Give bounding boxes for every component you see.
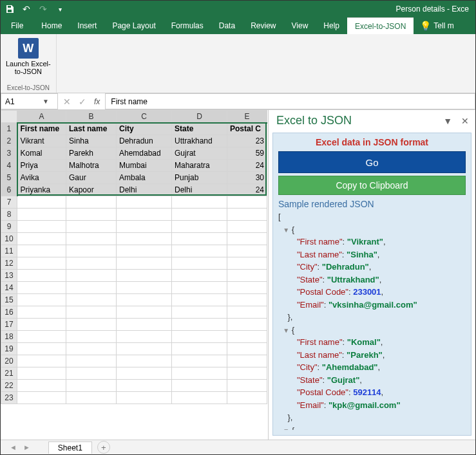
- cell-D16[interactable]: [172, 306, 227, 319]
- cell-A6[interactable]: Priyanka: [17, 184, 66, 196]
- spreadsheet[interactable]: ABCDE1First nameLast nameCityStatePostal…: [1, 110, 268, 440]
- cell-C22[interactable]: [117, 380, 172, 392]
- cell-B19[interactable]: [66, 343, 117, 355]
- cell-C14[interactable]: [117, 282, 172, 294]
- cell-C4[interactable]: Mumbai: [117, 160, 172, 172]
- tab-home[interactable]: Home: [33, 17, 70, 34]
- row-header-14[interactable]: 14: [1, 282, 17, 294]
- tab-insert[interactable]: Insert: [70, 17, 104, 34]
- cell-D5[interactable]: Punjab: [172, 172, 227, 184]
- row-header-8[interactable]: 8: [1, 209, 17, 221]
- cell-E19[interactable]: [227, 343, 267, 355]
- cell-C3[interactable]: Ahemdabad: [117, 147, 172, 160]
- cell-A9[interactable]: [17, 221, 66, 233]
- cancel-icon[interactable]: ✕: [63, 97, 71, 107]
- cell-A11[interactable]: [17, 245, 66, 257]
- tab-page-layout[interactable]: Page Layout: [104, 17, 163, 34]
- cell-A13[interactable]: [17, 270, 66, 282]
- cell-A19[interactable]: [17, 343, 66, 355]
- cell-B20[interactable]: [66, 355, 117, 367]
- taskpane-menu-icon[interactable]: ▼: [443, 116, 452, 126]
- cell-B5[interactable]: Gaur: [66, 172, 117, 184]
- undo-icon[interactable]: ↶: [21, 4, 32, 14]
- row-header-2[interactable]: 2: [1, 135, 17, 147]
- cell-C20[interactable]: [117, 355, 172, 367]
- cell-A3[interactable]: Komal: [17, 147, 66, 160]
- tab-excel-to-json[interactable]: Excel-to-JSON: [347, 17, 414, 34]
- tab-review[interactable]: Review: [243, 17, 283, 34]
- cell-A15[interactable]: [17, 294, 66, 306]
- name-box[interactable]: ▼: [1, 93, 58, 109]
- row-header-21[interactable]: 21: [1, 367, 17, 380]
- cell-B11[interactable]: [66, 245, 117, 257]
- cell-C5[interactable]: Ambala: [117, 172, 172, 184]
- cell-D14[interactable]: [172, 282, 227, 294]
- cell-E18[interactable]: [227, 331, 267, 343]
- cell-E6[interactable]: 24: [227, 184, 267, 196]
- cell-B9[interactable]: [66, 221, 117, 233]
- row-header-16[interactable]: 16: [1, 306, 17, 319]
- cell-E22[interactable]: [227, 380, 267, 392]
- row-header-4[interactable]: 4: [1, 160, 17, 172]
- cell-C21[interactable]: [117, 367, 172, 380]
- tab-view[interactable]: View: [284, 17, 316, 34]
- cell-A23[interactable]: [17, 392, 66, 404]
- row-header-17[interactable]: 17: [1, 319, 17, 331]
- cell-E9[interactable]: [227, 221, 267, 233]
- cell-C9[interactable]: [117, 221, 172, 233]
- name-box-dropdown-icon[interactable]: ▼: [40, 98, 52, 105]
- cell-D10[interactable]: [172, 233, 227, 245]
- row-header-9[interactable]: 9: [1, 221, 17, 233]
- cell-E3[interactable]: 59: [227, 147, 267, 160]
- copy-to-clipboard-button[interactable]: Copy to Clipboard: [278, 176, 466, 195]
- cell-C1[interactable]: City: [117, 123, 172, 135]
- sheet-nav-prev-icon[interactable]: ◄: [7, 443, 19, 451]
- cell-E7[interactable]: [227, 196, 267, 209]
- cell-D8[interactable]: [172, 209, 227, 221]
- row-header-20[interactable]: 20: [1, 355, 17, 367]
- cell-A17[interactable]: [17, 319, 66, 331]
- cell-A18[interactable]: [17, 331, 66, 343]
- fx-icon[interactable]: fx: [94, 97, 100, 106]
- cell-E15[interactable]: [227, 294, 267, 306]
- sheet-tab[interactable]: Sheet1: [48, 441, 92, 454]
- taskpane-close-icon[interactable]: ✕: [461, 116, 469, 126]
- tab-help[interactable]: Help: [316, 17, 347, 34]
- col-header-A[interactable]: A: [17, 111, 66, 123]
- cell-D11[interactable]: [172, 245, 227, 257]
- row-header-5[interactable]: 5: [1, 172, 17, 184]
- tab-data[interactable]: Data: [211, 17, 243, 34]
- cell-B13[interactable]: [66, 270, 117, 282]
- json-output[interactable]: [ ▼ { "First name": "Vikrant", "Last nam…: [278, 210, 466, 430]
- cell-D9[interactable]: [172, 221, 227, 233]
- cell-C17[interactable]: [117, 319, 172, 331]
- cell-D7[interactable]: [172, 196, 227, 209]
- cell-B17[interactable]: [66, 319, 117, 331]
- sheet-nav-next-icon[interactable]: ►: [21, 443, 33, 451]
- cell-C2[interactable]: Dehradun: [117, 135, 172, 147]
- cell-D18[interactable]: [172, 331, 227, 343]
- cell-C23[interactable]: [117, 392, 172, 404]
- cell-E5[interactable]: 30: [227, 172, 267, 184]
- cell-E1[interactable]: Postal C: [227, 123, 267, 135]
- cell-D13[interactable]: [172, 270, 227, 282]
- cell-E11[interactable]: [227, 245, 267, 257]
- cell-C7[interactable]: [117, 196, 172, 209]
- cell-A14[interactable]: [17, 282, 66, 294]
- qat-customize-icon[interactable]: ▾: [55, 4, 65, 14]
- cell-C13[interactable]: [117, 270, 172, 282]
- row-header-1[interactable]: 1: [1, 123, 17, 135]
- cell-B1[interactable]: Last name: [66, 123, 117, 135]
- cell-E8[interactable]: [227, 209, 267, 221]
- cell-D23[interactable]: [172, 392, 227, 404]
- cell-A2[interactable]: Vikrant: [17, 135, 66, 147]
- cell-A20[interactable]: [17, 355, 66, 367]
- row-header-13[interactable]: 13: [1, 270, 17, 282]
- cell-A10[interactable]: [17, 233, 66, 245]
- row-header-6[interactable]: 6: [1, 184, 17, 196]
- cell-B18[interactable]: [66, 331, 117, 343]
- cell-D21[interactable]: [172, 367, 227, 380]
- cell-B6[interactable]: Kapoor: [66, 184, 117, 196]
- cell-B4[interactable]: Malhotra: [66, 160, 117, 172]
- launch-excel-to-json-button[interactable]: W Launch Excel- to-JSON: [6, 38, 51, 75]
